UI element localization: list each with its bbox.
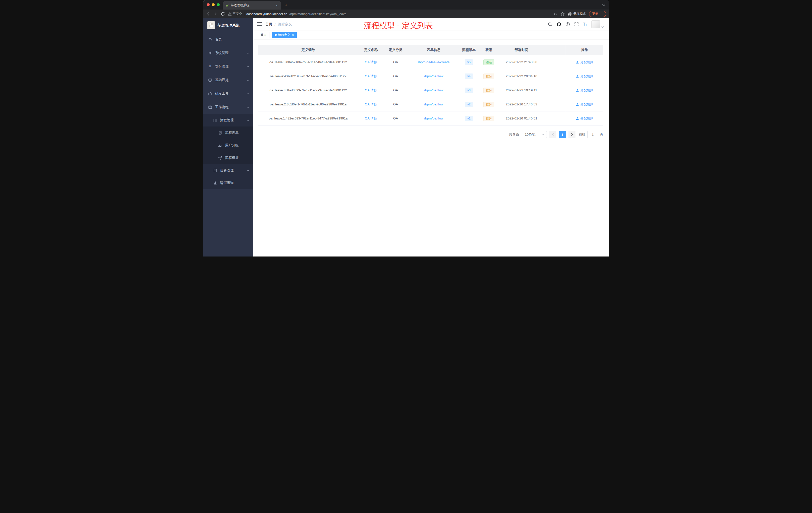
help-icon[interactable] xyxy=(566,22,570,27)
bookmark-star-icon[interactable] xyxy=(560,12,565,16)
user-icon xyxy=(576,117,579,120)
toolbox-icon xyxy=(208,92,212,96)
page-size-select[interactable]: 10条/页 xyxy=(523,131,547,138)
update-button[interactable]: 更新 ⋮ xyxy=(589,11,606,17)
user-icon xyxy=(213,181,217,185)
definition-id: oa_leave:2:3c1f0ef1-76b1-11ec-9c66-a2380… xyxy=(258,97,359,111)
sidebar-item-leave-query[interactable]: 请假查询 xyxy=(203,177,253,189)
user-icon xyxy=(576,89,579,92)
sidebar-item-devtools[interactable]: 研发工具 xyxy=(203,87,253,100)
security-label: 不安全 xyxy=(233,12,242,16)
address-input[interactable]: 不安全 dashboard.yudao.iocoder.cn/bpm/manag… xyxy=(228,12,550,16)
definition-id: oa_leave:1:482ec033-762a-11ec-8477-a2380… xyxy=(258,112,359,125)
sidebar-item-process-management[interactable]: 流程管理 xyxy=(203,114,253,126)
minimize-window-button[interactable] xyxy=(212,3,215,6)
sidebar-item-payment[interactable]: ¥ 支付管理 xyxy=(203,60,253,73)
fullscreen-icon[interactable] xyxy=(574,22,579,27)
app-root: 芋道管理系统 首页 系统管理 ¥ 支付管理 xyxy=(203,18,609,256)
sidebar-item-task-management[interactable]: 任务管理 xyxy=(203,164,253,177)
form-link[interactable]: /bpm/oa/flow xyxy=(424,88,443,92)
app-header: 首页 / 流程定义 流程模型 - 定义列表 xyxy=(253,18,609,31)
row-spacer xyxy=(544,69,566,83)
browser-menu-icon[interactable]: ⋮ xyxy=(600,12,604,16)
browser-window: 芋道管理系统 × + 不安全 dashboard.yudao.iocoder.c… xyxy=(203,0,609,256)
chevron-down-icon xyxy=(246,170,249,172)
password-key-icon[interactable] xyxy=(553,12,557,16)
table-header: 定义编号 定义名称 定义分类 表单信息 流程版本 状态 部署时间 操作 xyxy=(258,45,603,55)
sidebar-item-system[interactable]: 系统管理 xyxy=(203,46,253,60)
goto-page-input[interactable] xyxy=(587,131,598,138)
tab-close-icon[interactable]: × xyxy=(275,3,279,7)
form-link[interactable]: /bpm/oa/flow xyxy=(424,74,443,78)
definition-category: OA xyxy=(383,97,408,111)
close-window-button[interactable] xyxy=(207,3,210,6)
page-number-button[interactable]: 1 xyxy=(559,131,566,138)
incognito-badge: 无痕模式 xyxy=(568,12,586,16)
breadcrumb-home[interactable]: 首页 xyxy=(265,22,272,27)
column-header: 定义名称 xyxy=(359,45,383,55)
back-icon[interactable] xyxy=(206,12,210,16)
chevron-up-icon xyxy=(246,119,249,121)
assign-rule-link[interactable]: 分配规则 xyxy=(576,102,593,107)
avatar[interactable] xyxy=(591,20,600,28)
table-row: oa_leave:4:991f2193-7b7f-11ec-a3c8-acde4… xyxy=(258,69,603,83)
tag-home[interactable]: 首页 xyxy=(258,32,269,38)
browser-addressbar: 不安全 dashboard.yudao.iocoder.cn/bpm/manag… xyxy=(203,9,609,18)
sidebar-item-infrastructure[interactable]: 基础设施 xyxy=(203,73,253,87)
sidebar-item-label: 系统管理 xyxy=(215,51,243,55)
form-link[interactable]: /bpm/oa/flow xyxy=(424,102,443,106)
favicon xyxy=(225,3,229,7)
row-spacer xyxy=(544,112,566,125)
search-icon[interactable] xyxy=(548,22,552,27)
definition-name-link[interactable]: OA 请假 xyxy=(365,88,377,93)
sidebar-toggle-icon[interactable] xyxy=(257,22,262,27)
app-logo[interactable]: 芋道管理系统 xyxy=(203,18,253,33)
pagination: 共 5 条 10条/页 1 前往 页 xyxy=(258,131,603,138)
security-warning[interactable]: 不安全 xyxy=(228,12,242,16)
definition-name-link[interactable]: OA 请假 xyxy=(365,60,377,64)
sidebar-item-label: 基础设施 xyxy=(215,78,243,82)
next-page-button[interactable] xyxy=(569,131,576,138)
addressbar-actions: 无痕模式 更新 ⋮ xyxy=(553,11,606,17)
user-icon xyxy=(576,74,579,78)
forward-icon[interactable] xyxy=(213,12,218,16)
breadcrumb: 首页 / 流程定义 xyxy=(265,22,292,27)
list-icon xyxy=(213,118,217,122)
version-badge: v3 xyxy=(465,88,473,93)
column-header: 状态 xyxy=(478,45,500,55)
prev-page-button[interactable] xyxy=(549,131,556,138)
sidebar-item-process-model[interactable]: 流程模型 xyxy=(203,152,253,164)
monitor-icon xyxy=(208,78,212,82)
goto-unit-label: 页 xyxy=(600,132,603,137)
browser-tab[interactable]: 芋道管理系统 × xyxy=(223,1,281,9)
assign-rule-link[interactable]: 分配规则 xyxy=(576,60,593,64)
form-link[interactable]: /bpm/oa/flow xyxy=(424,117,443,120)
font-size-icon[interactable]: TT xyxy=(583,22,587,26)
caret-down-icon xyxy=(601,26,604,28)
zoom-window-button[interactable] xyxy=(217,3,220,6)
github-icon[interactable] xyxy=(557,22,561,27)
new-tab-button[interactable]: + xyxy=(283,1,290,9)
definition-name-link[interactable]: OA 请假 xyxy=(365,74,377,79)
sidebar-item-process-form[interactable]: 流程表单 xyxy=(203,126,253,139)
assign-rule-link[interactable]: 分配规则 xyxy=(576,88,593,93)
clipboard-icon xyxy=(213,169,217,173)
assign-rule-link[interactable]: 分配规则 xyxy=(576,74,593,79)
sidebar-item-user-group[interactable]: 用户分组 xyxy=(203,139,253,152)
definition-name-link[interactable]: OA 请假 xyxy=(365,102,377,107)
definition-id: oa_leave:3:1fad3d93-7b75-11ec-a3c8-acde4… xyxy=(258,83,359,97)
row-spacer xyxy=(544,97,566,111)
form-link[interactable]: /bpm/oa/leave/create xyxy=(418,60,450,64)
assign-rule-label: 分配规则 xyxy=(580,74,593,79)
tag-process-definition[interactable]: 流程定义 × xyxy=(272,32,297,38)
sidebar-item-workflow[interactable]: 工作流程 xyxy=(203,100,253,114)
tag-close-icon[interactable]: × xyxy=(292,33,294,37)
sidebar-item-home[interactable]: 首页 xyxy=(203,33,253,46)
assign-rule-link[interactable]: 分配规则 xyxy=(576,116,593,121)
tab-search-icon[interactable] xyxy=(602,3,606,7)
definition-name-link[interactable]: OA 请假 xyxy=(365,116,377,121)
reload-icon[interactable] xyxy=(221,12,225,16)
user-menu[interactable] xyxy=(591,20,604,28)
chevron-down-icon xyxy=(246,66,249,67)
version-badge: v5 xyxy=(465,59,473,65)
